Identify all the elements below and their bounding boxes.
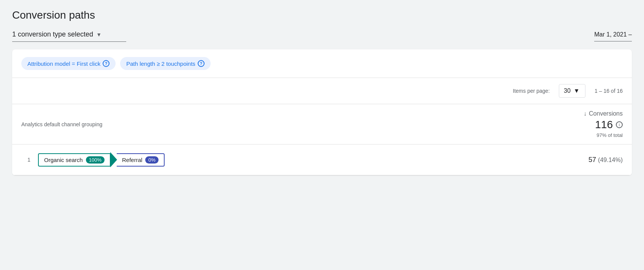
conversions-total: 116 i <box>595 119 623 131</box>
table-header-row: Analytics default channel grouping ↓ Con… <box>12 104 632 145</box>
conversions-total-value: 116 <box>595 119 613 131</box>
path-length-help-icon[interactable]: ? <box>198 60 205 67</box>
pagination-row: Items per page: 30 ▼ 1 – 16 of 16 <box>12 78 632 104</box>
items-per-page-arrow: ▼ <box>574 87 580 94</box>
sort-down-arrow: ↓ <box>584 110 587 117</box>
organic-search-badge: 100% <box>86 156 105 164</box>
row-left: 1 Organic search 100% Referral 0% <box>21 152 165 167</box>
attribution-help-icon[interactable]: ? <box>103 60 109 67</box>
path-arrow-connector <box>110 152 117 167</box>
filter-row: 1 conversion type selected ▼ Mar 1, 2021… <box>12 30 632 42</box>
main-card: Attribution model = First click ? Path l… <box>12 49 632 175</box>
items-per-page-label: Items per page: <box>513 88 550 94</box>
col-header-conversions: ↓ Conversions 116 i 97% of total <box>584 110 623 138</box>
filter-chips-row: Attribution model = First click ? Path l… <box>12 49 632 78</box>
path-length-label: Path length ≥ 2 touchpoints <box>126 60 195 67</box>
row-conversion-pct: (49.14%) <box>598 157 623 163</box>
conversions-percent-total: 97% of total <box>596 132 623 138</box>
row-value: 57 (49.14%) <box>588 156 623 164</box>
referral-label: Referral <box>122 157 142 163</box>
conversions-sort-header[interactable]: ↓ Conversions <box>584 110 623 117</box>
attribution-model-label: Attribution model = First click <box>27 60 100 67</box>
page-container: Conversion paths 1 conversion type selec… <box>0 0 644 270</box>
arrow-shape <box>110 152 117 167</box>
page-title: Conversion paths <box>12 9 632 21</box>
date-range[interactable]: Mar 1, 2021 – <box>594 31 632 41</box>
conversion-type-selector[interactable]: 1 conversion type selected ▼ <box>12 30 126 42</box>
path-length-chip[interactable]: Path length ≥ 2 touchpoints ? <box>120 57 211 70</box>
page-info: 1 – 16 of 16 <box>595 88 623 94</box>
col-header-channel-grouping: Analytics default channel grouping <box>21 121 102 127</box>
referral-chip: Referral 0% <box>117 153 165 167</box>
table-row: 1 Organic search 100% Referral 0% <box>12 145 632 175</box>
conversion-dropdown-arrow: ▼ <box>96 32 102 38</box>
organic-search-label: Organic search <box>44 157 83 163</box>
row-conversion-value: 57 <box>588 156 596 164</box>
items-per-page-value: 30 <box>564 87 571 94</box>
conversions-info-icon[interactable]: i <box>616 121 623 128</box>
conversions-header-label: Conversions <box>589 110 623 117</box>
attribution-model-chip[interactable]: Attribution model = First click ? <box>21 57 116 70</box>
conversion-type-label: 1 conversion type selected <box>12 30 93 38</box>
path-chips: Organic search 100% Referral 0% <box>38 152 165 167</box>
items-per-page-select[interactable]: 30 ▼ <box>559 84 585 98</box>
organic-search-chip: Organic search 100% <box>38 153 111 167</box>
referral-badge: 0% <box>145 156 159 164</box>
row-number: 1 <box>21 157 30 163</box>
